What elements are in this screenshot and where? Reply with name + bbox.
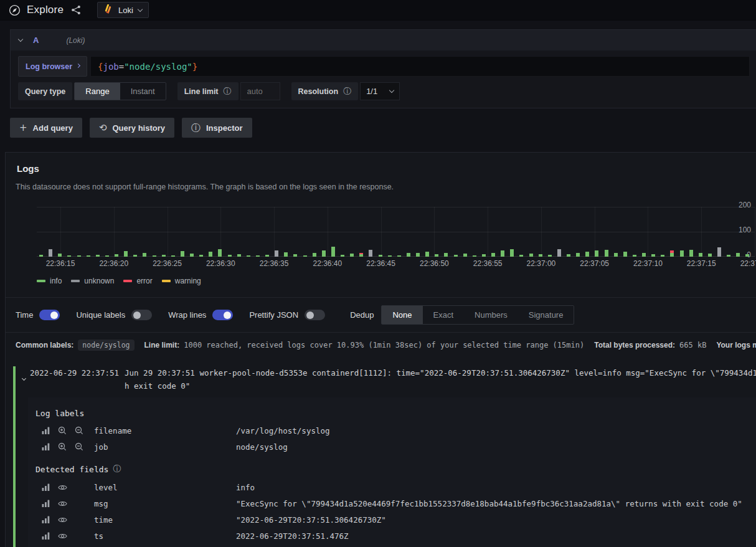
histogram-bar [350,254,354,257]
histogram-bar [407,253,410,257]
histogram-bar [162,255,166,257]
toggle-switch[interactable] [131,310,152,320]
histogram-bar [651,254,655,257]
datasource-name: Loki [118,6,133,15]
zoom-out-icon[interactable] [75,442,83,451]
dedup-option-signature[interactable]: Signature [518,306,574,324]
histogram-bar [670,250,674,257]
info-icon[interactable]: ⓘ [343,86,351,97]
x-axis-label: 22:36:45 [366,259,395,268]
histogram-bar [209,252,212,257]
legend-swatch [71,280,80,282]
bar-chart-icon[interactable] [42,483,50,491]
histogram-bar [87,255,90,257]
info-icon[interactable]: ⓘ [224,86,232,97]
toggle-time: Time [16,310,60,320]
add-query-button[interactable]: + Add query [10,118,82,138]
log-details: Log labels filename/var/log/host/syslogj… [28,397,756,547]
chart-legend: infounknownerrorwarning [37,277,756,285]
histogram-bar [397,255,401,257]
histogram-bar [501,250,504,257]
query-type-instant[interactable]: Instant [120,83,166,100]
legend-item-warning[interactable]: warning [162,277,201,285]
zoom-out-icon[interactable] [75,426,83,435]
detail-row-tsNs: tsNs1656535071476919864 [35,544,756,547]
dedup-option-none[interactable]: None [382,306,422,324]
line-limit-input[interactable] [240,82,280,100]
legend-label: unknown [84,277,114,285]
resolution-value: 1/1 [366,87,377,96]
resolution-select[interactable]: 1/1 [360,82,400,100]
detail-field-name: level [94,483,236,492]
eye-icon[interactable] [58,516,67,523]
histogram-bar [557,249,561,257]
legend-item-unknown[interactable]: unknown [71,277,114,285]
toggle-switch[interactable] [212,310,233,320]
bar-chart-icon[interactable] [42,443,50,450]
common-labels-value: node/syslog [78,340,134,351]
bar-chart-icon[interactable] [42,500,50,507]
histogram-bar [190,254,194,257]
info-icon[interactable]: ⓘ [113,464,121,475]
histogram-bar [369,250,372,257]
histogram-bar [717,247,721,257]
zoom-in-icon[interactable] [58,442,67,451]
expr-operator: = [119,62,124,72]
histogram-bar [275,250,278,257]
histogram-bar [293,254,297,257]
histogram-bar [49,249,52,257]
toggle-switch[interactable] [305,310,325,320]
histogram-bar [416,253,420,257]
histogram-bar [463,254,467,257]
histogram-bar [133,255,137,257]
histogram-bar [143,253,146,257]
histogram-bar [745,254,749,257]
zoom-in-icon[interactable] [58,426,67,435]
bar-chart-icon[interactable] [42,532,50,540]
query-history-button[interactable]: ⟲ Query history [90,118,174,138]
top-bar: Explore Loki [0,0,756,21]
page-title: Explore [27,4,64,16]
legend-item-info[interactable]: info [37,277,62,285]
legend-item-error[interactable]: error [123,277,152,285]
log-line[interactable]: 2022-06-29 22:37:51 Jun 29 20:37:51 work… [16,366,756,392]
histogram-bar [585,252,589,257]
histogram-bar [623,252,627,257]
detected-fields-title: Detected fields ⓘ [35,464,756,475]
legend-swatch [123,280,132,282]
chevron-down-icon[interactable] [19,366,29,392]
detail-field-name: job [94,442,236,452]
histogram-bar [153,255,156,257]
detail-field-name: time [94,515,236,525]
query-type-range[interactable]: Range [75,83,120,100]
log-browser-button[interactable]: Log browser [18,56,87,77]
histogram-bar [341,255,344,257]
legend-swatch [37,280,45,282]
eye-icon[interactable] [58,484,67,491]
inspector-button[interactable]: ⓘ Inspector [182,118,252,138]
eye-icon[interactable] [58,533,67,540]
expr-value: "node/syslog" [124,62,192,72]
collapse-chevron-icon[interactable] [18,37,23,42]
bar-chart-icon[interactable] [42,516,50,523]
histogram-bar [388,255,392,257]
histogram-bar [595,250,598,257]
query-expression-input[interactable]: {job="node/syslog"} [90,56,750,77]
line-limit-meta-value: 1000 reached, received logs cover 10.93%… [184,341,584,350]
toggle-switch[interactable] [39,310,60,320]
histogram-bar [322,250,326,257]
chevron-down-icon [138,6,143,11]
dedup-option-exact[interactable]: Exact [423,306,465,324]
share-icon[interactable] [71,5,81,15]
logs-panel: Logs This datasource does not support fu… [5,152,756,547]
dedup-option-numbers[interactable]: Numbers [464,306,518,324]
detail-row-ts: ts2022-06-29T20:37:51.476Z [35,528,756,544]
histogram-bar [576,253,580,257]
legend-label: error [136,277,152,285]
histogram-bar [510,249,514,257]
detail-field-value: info [236,483,756,492]
datasource-picker[interactable]: Loki [97,2,149,18]
bar-chart-icon[interactable] [42,427,50,434]
histogram-bar [265,255,269,257]
eye-icon[interactable] [58,500,67,507]
